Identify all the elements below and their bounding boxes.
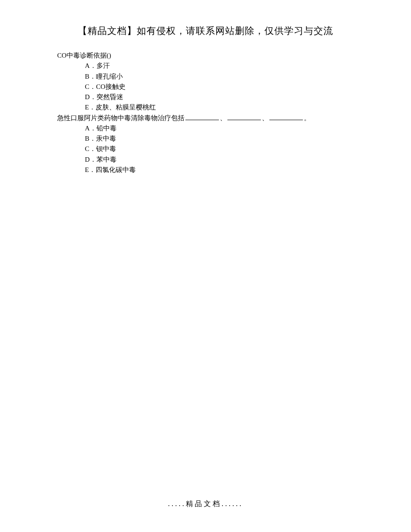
question-1: CO中毒诊断依据() A．多汗 B．瞳孔缩小 C．CO接触史 D．突然昏迷 E．… — [57, 50, 357, 113]
question-2-option-b: B．汞中毒 — [85, 134, 357, 144]
question-1-option-e: E．皮肤、粘膜呈樱桃红 — [85, 102, 357, 113]
question-2: 急性口服阿片类药物中毒清除毒物治疗包括、、。 A．铅中毒 B．汞中毒 C．钡中毒… — [57, 113, 357, 176]
page-header: 【精品文档】如有侵权，请联系网站删除，仅供学习与交流 — [0, 0, 411, 37]
question-2-options: A．铅中毒 B．汞中毒 C．钡中毒 D．苯中毒 E．四氯化碳中毒 — [57, 123, 357, 175]
question-2-option-a: A．铅中毒 — [85, 123, 357, 134]
question-2-text: 急性口服阿片类药物中毒清除毒物治疗包括、、。 — [57, 113, 357, 123]
question-2-option-c: C．钡中毒 — [85, 144, 357, 154]
page-footer: .....精品文档...... — [0, 499, 411, 509]
blank-1 — [185, 113, 219, 120]
question-1-option-c: C．CO接触史 — [85, 82, 357, 92]
question-2-sep-1: 、 — [220, 114, 226, 121]
blank-3 — [269, 113, 303, 120]
question-1-option-b: B．瞳孔缩小 — [85, 71, 357, 82]
document-content: CO中毒诊断依据() A．多汗 B．瞳孔缩小 C．CO接触史 D．突然昏迷 E．… — [0, 37, 411, 175]
question-2-option-e: E．四氯化碳中毒 — [85, 165, 357, 175]
question-2-prefix: 急性口服阿片类药物中毒清除毒物治疗包括 — [57, 114, 185, 121]
question-2-sep-2: 、 — [262, 114, 268, 121]
question-1-option-d: D．突然昏迷 — [85, 92, 357, 102]
question-1-options: A．多汗 B．瞳孔缩小 C．CO接触史 D．突然昏迷 E．皮肤、粘膜呈樱桃红 — [57, 61, 357, 113]
question-1-option-a: A．多汗 — [85, 61, 357, 71]
blank-2 — [227, 113, 261, 120]
question-1-text: CO中毒诊断依据() — [57, 50, 357, 61]
question-2-suffix: 。 — [304, 114, 310, 121]
question-2-option-d: D．苯中毒 — [85, 155, 357, 165]
